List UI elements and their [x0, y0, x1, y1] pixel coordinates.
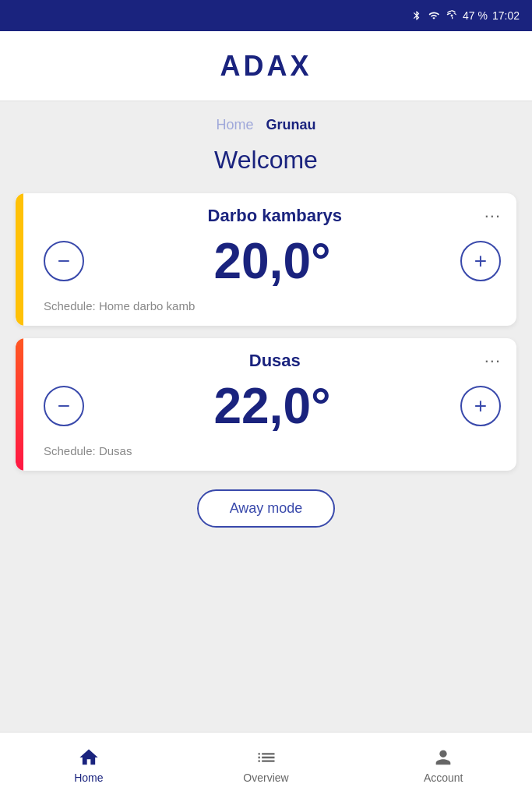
increase-btn-darbo[interactable]: + [460, 241, 501, 281]
account-icon [432, 747, 454, 768]
nav-label-home: Home [74, 772, 103, 784]
app-logo: ADAX [220, 50, 312, 83]
away-mode-button[interactable]: Away mode [197, 489, 336, 528]
away-mode-container: Away mode [16, 489, 516, 528]
wifi-icon [427, 10, 441, 21]
breadcrumb-grunau[interactable]: Grunau [266, 117, 316, 133]
app-header: ADAX [0, 31, 532, 101]
card-accent-yellow [16, 193, 23, 326]
time-text: 17:02 [492, 9, 520, 22]
home-icon [78, 747, 100, 768]
main-content: Home Grunau Welcome Darbo kambarys ··· −… [0, 101, 532, 732]
decrease-btn-dusas[interactable]: − [44, 386, 84, 426]
breadcrumb-home[interactable]: Home [216, 117, 253, 133]
decrease-btn-darbo[interactable]: − [44, 241, 84, 281]
card-menu-dusas[interactable]: ··· [484, 351, 501, 371]
temperature-darbo: 20,0° [213, 232, 330, 290]
schedule-dusas: Schedule: Dusas [44, 444, 132, 457]
device-name-dusas: Dusas [65, 351, 484, 371]
card-header-darbo: Darbo kambarys ··· [44, 206, 501, 226]
nav-item-home[interactable]: Home [0, 747, 178, 784]
breadcrumb: Home Grunau [16, 117, 516, 133]
signal-icon [446, 10, 458, 21]
nav-item-account[interactable]: Account [354, 747, 532, 784]
bluetooth-icon [411, 9, 422, 23]
overview-icon [255, 747, 277, 768]
device-card-dusas: Dusas ··· − 22,0° + Schedule: Dusas [16, 338, 516, 471]
card-controls-dusas: − 22,0° + [44, 377, 501, 435]
increase-btn-dusas[interactable]: + [460, 386, 501, 426]
welcome-title: Welcome [16, 146, 516, 175]
nav-label-account: Account [424, 772, 463, 784]
status-icons: 47 % 17:02 [411, 9, 520, 23]
schedule-darbo: Schedule: Home darbo kamb [44, 299, 195, 312]
temperature-dusas: 22,0° [213, 377, 330, 435]
bottom-nav: Home Overview Account [0, 732, 532, 798]
nav-item-overview[interactable]: Overview [178, 747, 355, 784]
card-header-dusas: Dusas ··· [44, 351, 501, 371]
card-accent-orange [16, 338, 23, 471]
card-menu-darbo[interactable]: ··· [484, 206, 501, 226]
card-controls-darbo: − 20,0° + [44, 232, 501, 290]
nav-label-overview: Overview [243, 772, 288, 784]
status-bar: 47 % 17:02 [0, 0, 532, 31]
device-name-darbo: Darbo kambarys [65, 206, 484, 226]
device-card-darbo: Darbo kambarys ··· − 20,0° + Schedule: H… [16, 193, 516, 326]
battery-text: 47 % [463, 9, 488, 22]
